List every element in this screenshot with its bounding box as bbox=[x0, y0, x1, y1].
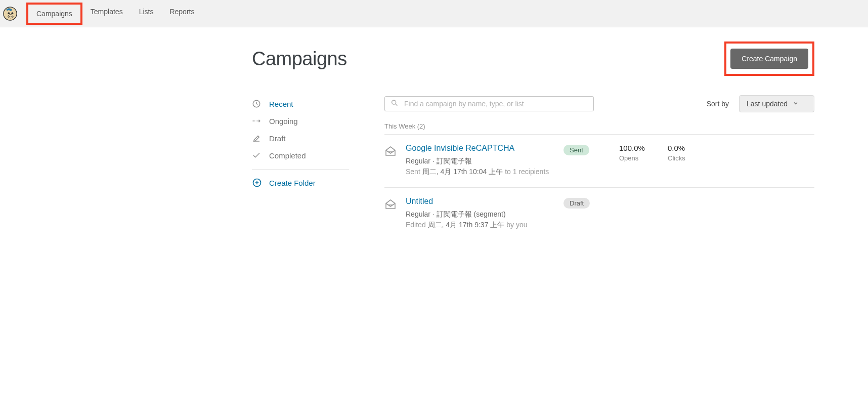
nav-reports[interactable]: Reports bbox=[161, 3, 202, 25]
sidebar-item-label: Ongoing bbox=[269, 117, 298, 126]
stat-clicks: 0.0% Clicks bbox=[668, 144, 707, 177]
sidebar-item-label: Recent bbox=[269, 100, 293, 108]
ongoing-icon bbox=[252, 116, 261, 126]
nav-lists[interactable]: Lists bbox=[131, 3, 162, 25]
main: Sort by Last updated This Week (2) bbox=[384, 95, 814, 240]
sidebar-item-draft[interactable]: Draft bbox=[252, 130, 349, 147]
campaign-meta: Regular · 訂閱電子報 bbox=[406, 156, 554, 167]
sidebar-item-label: Completed bbox=[269, 151, 306, 160]
sort-select[interactable]: Last updated bbox=[739, 95, 814, 112]
campaign-sent-line: Edited 周二, 4月 17th 9:37 上午 by you bbox=[406, 220, 554, 230]
sidebar-item-completed[interactable]: Completed bbox=[252, 147, 349, 164]
status-col: Sent bbox=[563, 144, 610, 177]
sent-suffix: by you bbox=[506, 221, 527, 229]
sort-label: Sort by bbox=[707, 100, 729, 108]
sent-prefix: Edited bbox=[406, 221, 426, 229]
stat-opens: 100.0% Opens bbox=[619, 144, 659, 177]
campaign-title-link[interactable]: Untitled bbox=[406, 197, 554, 206]
search-input[interactable] bbox=[384, 96, 594, 111]
stat-label: Clicks bbox=[668, 154, 707, 162]
row-body: Google Invisible ReCAPTCHA Regular · 訂閱電… bbox=[406, 144, 554, 177]
campaign-row: Untitled Regular · 訂閱電子報 (segment) Edite… bbox=[384, 187, 814, 240]
create-folder-button[interactable]: Create Folder bbox=[252, 178, 349, 188]
main-nav: Campaigns Templates Lists Reports bbox=[26, 3, 202, 25]
stat-value: 100.0% bbox=[619, 144, 659, 152]
search-icon bbox=[390, 99, 399, 109]
svg-point-6 bbox=[256, 120, 257, 121]
sent-suffix: to 1 recipients bbox=[505, 168, 549, 176]
status-badge: Draft bbox=[563, 198, 590, 209]
campaign-meta: Regular · 訂閱電子報 (segment) bbox=[406, 209, 554, 220]
topbar: Campaigns Templates Lists Reports bbox=[0, 0, 868, 27]
status-badge: Sent bbox=[563, 145, 589, 155]
create-campaign-button[interactable]: Create Campaign bbox=[730, 49, 808, 69]
pencil-icon bbox=[252, 134, 261, 143]
svg-point-9 bbox=[392, 100, 396, 104]
stat-value: 0.0% bbox=[668, 144, 707, 152]
campaign-sent-line: Sent 周二, 4月 17th 10:04 上午 to 1 recipient… bbox=[406, 167, 554, 177]
check-icon bbox=[252, 151, 261, 160]
sent-time: 周二, 4月 17th 10:04 上午 bbox=[422, 168, 503, 176]
create-campaign-highlight: Create Campaign bbox=[724, 41, 814, 76]
page-header: Campaigns Create Campaign bbox=[45, 41, 823, 76]
svg-point-1 bbox=[8, 12, 10, 14]
svg-point-5 bbox=[254, 120, 255, 121]
mailchimp-logo[interactable] bbox=[3, 7, 17, 21]
sidebar: Recent Ongoing bbox=[252, 95, 349, 240]
page: Campaigns Create Campaign Recent bbox=[45, 27, 823, 240]
svg-point-3 bbox=[8, 14, 14, 18]
svg-point-7 bbox=[257, 120, 258, 121]
content: Recent Ongoing bbox=[45, 95, 823, 240]
nav-campaigns[interactable]: Campaigns bbox=[26, 3, 82, 25]
status-col: Draft bbox=[563, 197, 610, 230]
sidebar-item-ongoing[interactable]: Ongoing bbox=[252, 112, 349, 130]
sort-value: Last updated bbox=[747, 100, 788, 108]
campaign-title-link[interactable]: Google Invisible ReCAPTCHA bbox=[406, 144, 554, 153]
nav-templates[interactable]: Templates bbox=[82, 3, 131, 25]
clock-icon bbox=[252, 99, 261, 108]
toolbar: Sort by Last updated bbox=[384, 95, 814, 112]
plus-circle-icon bbox=[252, 178, 262, 188]
campaign-row: Google Invisible ReCAPTCHA Regular · 訂閱電… bbox=[384, 134, 814, 187]
envelope-icon bbox=[384, 198, 397, 211]
chevron-down-icon bbox=[793, 100, 799, 108]
stat-label: Opens bbox=[619, 154, 659, 162]
svg-point-2 bbox=[11, 12, 13, 14]
sent-prefix: Sent bbox=[406, 168, 420, 176]
sent-time: 周二, 4月 17th 9:37 上午 bbox=[428, 221, 505, 229]
page-title: Campaigns bbox=[252, 48, 347, 70]
sidebar-item-recent[interactable]: Recent bbox=[252, 95, 349, 112]
sidebar-divider bbox=[252, 169, 349, 170]
row-body: Untitled Regular · 訂閱電子報 (segment) Edite… bbox=[406, 197, 554, 230]
create-folder-label: Create Folder bbox=[269, 179, 316, 187]
sidebar-item-label: Draft bbox=[269, 134, 286, 143]
search-wrap bbox=[384, 96, 594, 111]
envelope-icon bbox=[384, 145, 397, 157]
group-label: This Week (2) bbox=[384, 122, 814, 130]
